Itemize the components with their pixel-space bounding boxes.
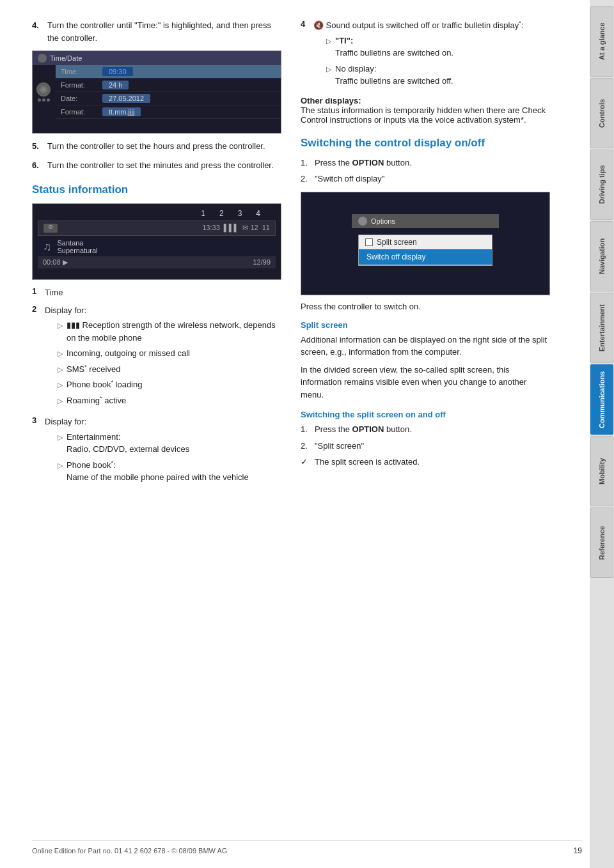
split-screen-checkbox <box>365 238 373 246</box>
status-track-row-1: ♫ Santana Supernatural <box>38 237 276 256</box>
label-2-bullets: ▷ ▮▮▮ Reception strength of the wireless… <box>58 319 281 407</box>
options-item-switch-display: Switch off display <box>359 249 492 265</box>
step-4-number: 4. <box>32 19 42 44</box>
nav-dot-3 <box>47 98 50 102</box>
bullet-item: ▷ No display:Traffic bulletins are switc… <box>326 63 550 88</box>
sidebar-tab-entertainment[interactable]: Entertainment <box>590 293 613 363</box>
status-screenshot: 1 2 3 4 ⚙ 13:33 ▌▌▌ ✉ 12 11 ♫ Santana Su <box>32 203 281 280</box>
split-screen-text1: Additional information can be displayed … <box>301 334 550 359</box>
timedate-row-3: Format: tt.mm.jjjj <box>56 105 281 119</box>
timedate-title: Time/Date <box>50 54 82 62</box>
label-1: 1 Time <box>32 286 281 299</box>
bullet-item: ▷ Roaming* active <box>58 394 281 407</box>
options-menu: Split screen Switch off display <box>358 235 492 266</box>
split-step-2: 2. "Split screen" <box>301 440 550 453</box>
step-5-number: 5. <box>32 140 42 153</box>
press-controller-text: Press the controller to switch on. <box>301 302 550 311</box>
switching-split-heading: Switching the split screen on and off <box>301 410 550 419</box>
footer-text: Online Edition for Part no. 01 41 2 602 … <box>32 847 227 855</box>
control-display-heading: Switching the control display on/off <box>301 136 550 150</box>
step-5: 5. Turn the controller to set the hours … <box>32 140 281 153</box>
control-step-2: 2. "Switch off display" <box>301 173 550 185</box>
split-screen-text2: In the divided screen view, the so-calle… <box>301 364 550 401</box>
timedate-titlebar: Time/Date <box>33 51 281 65</box>
control-display-steps: 1. Press the OPTION button. 2. "Switch o… <box>301 157 550 185</box>
split-screen-heading: Split screen <box>301 320 550 330</box>
controller-dial <box>36 82 51 97</box>
sidebar-tab-controls[interactable]: Controls <box>590 78 613 148</box>
sidebar: At a glance Controls Driving tips Naviga… <box>590 0 614 868</box>
step-4-text: Turn the controller until "Time:" is hig… <box>47 19 281 44</box>
label-2: 2 Display for: ▷ ▮▮▮ Reception strength … <box>32 304 281 410</box>
sidebar-tab-at-a-glance[interactable]: At a glance <box>590 6 613 77</box>
options-item-split-screen: Split screen <box>359 235 492 249</box>
page-number: 19 <box>574 846 582 855</box>
other-displays-text: The status information is temporarily hi… <box>301 105 546 125</box>
status-numbers-row: 1 2 3 4 <box>38 209 276 218</box>
step-6-number: 6. <box>32 159 42 172</box>
item-4: 4 🔇 Sound output is switched off or traf… <box>301 19 550 91</box>
split-step-3: ✓ The split screen is activated. <box>301 456 550 469</box>
options-menu-container: Options Split screen Switch off display <box>352 214 499 272</box>
timedate-row-0: Time: 09:30 <box>56 65 281 79</box>
bullet-item: ▷ Phone book* loading <box>58 378 281 391</box>
options-screenshot: Options Split screen Switch off display <box>301 192 550 295</box>
sidebar-tab-communications[interactable]: Communications <box>590 364 613 435</box>
split-screen-steps: 1. Press the OPTION button. 2. "Split sc… <box>301 423 550 469</box>
label-3-bullets: ▷ Entertainment:Radio, CD/DVD, external … <box>58 431 281 484</box>
step-6-text: Turn the controller to set the minutes a… <box>47 159 281 172</box>
sidebar-tab-navigation[interactable]: Navigation <box>590 221 613 291</box>
options-title: Options <box>371 217 395 225</box>
right-column: 4 🔇 Sound output is switched off or traf… <box>301 19 550 492</box>
sidebar-tab-reference[interactable]: Reference <box>590 508 613 578</box>
left-column: 4. Turn the controller until "Time:" is … <box>32 19 281 492</box>
label-3: 3 Display for: ▷ Entertainment:Radio, CD… <box>32 415 281 487</box>
bullet-item: ▷ ▮▮▮ Reception strength of the wireless… <box>58 319 281 344</box>
bullet-item: ▷ "TI":Traffic bulletins are switched on… <box>326 35 550 59</box>
nav-dot-2 <box>42 98 45 102</box>
status-progress-bar: 00:08 ▶ 12/99 <box>38 256 276 268</box>
bullet-item: ▷ Incoming, outgoing or missed call <box>58 347 281 360</box>
bullet-item: ▷ Entertainment:Radio, CD/DVD, external … <box>58 431 281 456</box>
timedate-icon <box>38 54 47 63</box>
timedate-row-2: Date: 27.05.2012 <box>56 92 281 105</box>
sidebar-tab-mobility[interactable]: Mobility <box>590 436 613 506</box>
bullet-item: ▷ Phone book*:Name of the mobile phone p… <box>58 459 281 484</box>
page-footer: Online Edition for Part no. 01 41 2 602 … <box>32 841 582 855</box>
step-4: 4. Turn the controller until "Time:" is … <box>32 19 281 44</box>
other-displays: Other displays: The status information i… <box>301 96 550 125</box>
timedate-row-1: Format: 24 h <box>56 79 281 92</box>
split-step-1: 1. Press the OPTION button. <box>301 423 550 436</box>
control-step-1: 1. Press the OPTION button. <box>301 157 550 169</box>
timedate-screenshot: Time/Date Time: <box>32 50 281 134</box>
bullet-item: ▷ SMS* received <box>58 363 281 376</box>
step-6: 6. Turn the controller to set the minute… <box>32 159 281 172</box>
nav-dot-1 <box>38 98 41 102</box>
sidebar-tab-driving-tips[interactable]: Driving tips <box>590 150 613 220</box>
options-titlebar: Options <box>352 214 499 228</box>
options-screen-bg: Options Split screen Switch off display <box>301 192 549 295</box>
step-5-text: Turn the controller to set the hours and… <box>47 140 281 153</box>
status-information-heading: Status information <box>32 183 281 197</box>
options-icon <box>358 217 367 226</box>
item-4-bullets: ▷ "TI":Traffic bulletins are switched on… <box>326 35 550 88</box>
status-top-bar: ⚙ 13:33 ▌▌▌ ✉ 12 11 <box>38 221 276 236</box>
other-displays-heading: Other displays: <box>301 96 361 105</box>
